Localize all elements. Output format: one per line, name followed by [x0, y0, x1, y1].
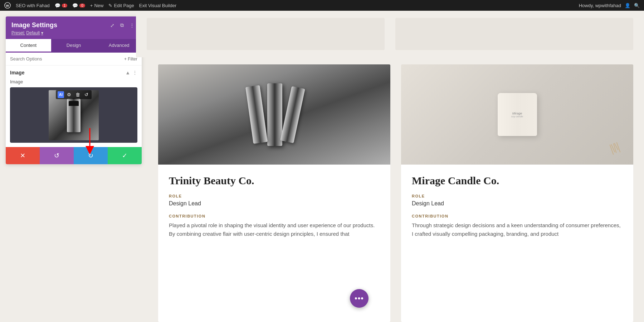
section-title: Image [10, 70, 24, 75]
comment-count: 1 [62, 4, 68, 8]
preset-value: Default [26, 30, 40, 35]
save-icon: ✓ [122, 152, 127, 160]
tab-design-label: Design [67, 43, 81, 48]
comments-item[interactable]: 💬 1 [55, 3, 68, 8]
user-label-item: Howdy, wpwithfahad [579, 3, 621, 8]
redo-button[interactable]: ↻ [74, 147, 108, 164]
reset-tool-button[interactable]: ↺ [83, 91, 90, 98]
undo-icon: ↺ [54, 152, 59, 160]
user-avatar[interactable]: 👤 [625, 3, 630, 8]
fab-icon: ••• [355, 294, 364, 303]
new-item[interactable]: + New [90, 3, 104, 8]
mirage-image: Mirage soy candle [401, 64, 633, 165]
card-body-mirage: Mirage Candle Co. ROLE Design Lead CONTR… [401, 165, 633, 245]
top-placeholder-left [147, 18, 385, 50]
sidebar-panel: Image Settings ⤢ ⧉ ⋮ Preset: Default ▾ C… [6, 16, 142, 164]
maximize-button[interactable]: ⤢ [109, 22, 116, 29]
card-role-label-trinity: ROLE [169, 194, 380, 198]
new-comment-icon: 💬 [72, 3, 78, 8]
exit-builder-item[interactable]: Exit Visual Builder [139, 3, 177, 8]
filter-label: + Filter [124, 57, 137, 62]
comment-icon: 💬 [55, 3, 60, 8]
split-button[interactable]: ⧉ [119, 21, 125, 29]
tab-design[interactable]: Design [51, 39, 97, 53]
exit-builder-label: Exit Visual Builder [139, 3, 177, 8]
filter-button[interactable]: + Filter [124, 57, 137, 62]
preset-label: Preset: [11, 30, 25, 35]
wp-logo-icon: W [4, 2, 11, 9]
ai-tool-button[interactable]: AI [58, 91, 64, 98]
new-label: New [94, 3, 103, 8]
new-comment-item[interactable]: 💬 0 [72, 3, 85, 8]
trinity-bottles [158, 64, 390, 165]
collapse-icon[interactable]: ▲ [125, 70, 130, 75]
page-content: Trinity Beauty Co. ROLE Design Lead CONT… [147, 11, 644, 322]
cancel-button[interactable]: ✕ [6, 147, 40, 164]
card-contribution-label-trinity: CONTRIBUTION [169, 214, 380, 218]
section-header: Image ▲ ⋮ [10, 70, 137, 75]
search-bar-item[interactable]: 🔍 [634, 3, 640, 8]
admin-bar: W SEO with Fahad 💬 1 💬 0 + New ✎ Edit Pa… [0, 0, 644, 11]
card-title-trinity: Trinity Beauty Co. [169, 175, 380, 187]
panel-header-icons: ⤢ ⧉ ⋮ [109, 21, 136, 29]
cancel-icon: ✕ [20, 152, 25, 160]
more-options-button[interactable]: ⋮ [128, 22, 136, 29]
candle-jar: Mirage soy candle [498, 93, 537, 136]
card-role-label-mirage: ROLE [412, 194, 623, 198]
section-header-right: ▲ ⋮ [125, 70, 137, 75]
save-button[interactable]: ✓ [108, 147, 142, 164]
top-placeholder-area [147, 11, 644, 57]
portfolio-card-trinity: Trinity Beauty Co. ROLE Design Lead CONT… [158, 64, 390, 322]
delete-tool-button[interactable]: 🗑 [74, 91, 82, 98]
new-comment-count: 0 [79, 4, 85, 8]
wp-logo-item[interactable]: W [4, 2, 11, 9]
card-role-value-trinity: Design Lead [169, 200, 380, 207]
card-role-value-mirage: Design Lead [412, 200, 623, 207]
pencil-icon: ✎ [108, 3, 112, 8]
card-image-mirage: Mirage soy candle [401, 64, 633, 165]
top-placeholder-right [395, 18, 633, 50]
image-toolbar: AI ⚙ 🗑 ↺ [56, 90, 92, 99]
user-label: Howdy, wpwithfahad [579, 3, 621, 8]
panel-image-section: Image ▲ ⋮ Image [6, 65, 142, 147]
card-contribution-text-mirage: Through strategic design decisions and a… [412, 221, 623, 238]
site-name-item[interactable]: SEO with Fahad [16, 3, 50, 8]
tab-content-label: Content [20, 43, 37, 48]
card-title-mirage: Mirage Candle Co. [412, 175, 623, 187]
tab-content[interactable]: Content [6, 39, 51, 53]
tab-advanced-label: Advanced [109, 43, 130, 48]
fab-button[interactable]: ••• [350, 289, 369, 308]
search-icon: 🔍 [634, 3, 640, 8]
edit-page-item[interactable]: ✎ Edit Page [108, 3, 134, 8]
settings-tool-button[interactable]: ⚙ [65, 91, 73, 98]
image-upload-area[interactable]: AI ⚙ 🗑 ↺ [10, 87, 137, 143]
image-field-label: Image [10, 79, 137, 84]
redo-icon: ↻ [88, 152, 93, 160]
cards-container: Trinity Beauty Co. ROLE Design Lead CONT… [158, 64, 633, 322]
card-image-trinity [158, 64, 390, 165]
main-wrapper: Image Settings ⤢ ⧉ ⋮ Preset: Default ▾ C… [0, 11, 644, 322]
plus-icon: + [90, 3, 93, 8]
section-more-icon[interactable]: ⋮ [132, 70, 137, 75]
svg-text:W: W [6, 4, 9, 8]
edit-page-label: Edit Page [114, 3, 134, 8]
portfolio-card-mirage: Mirage soy candle [401, 64, 633, 322]
search-options-input[interactable] [10, 56, 121, 62]
undo-button[interactable]: ↺ [40, 147, 74, 164]
panel-tabs: Content Design Advanced [6, 39, 142, 53]
candle-label: Mirage soy candle [511, 112, 523, 118]
panel-search: + Filter [6, 53, 142, 65]
card-contribution-label-mirage: CONTRIBUTION [412, 214, 623, 218]
preset-arrow: ▾ [41, 30, 43, 35]
card-contribution-text-trinity: Played a pivotal role in shaping the vis… [169, 221, 380, 238]
user-icon: 👤 [625, 3, 630, 8]
card-body-trinity: Trinity Beauty Co. ROLE Design Lead CONT… [158, 165, 390, 245]
panel-actions: ✕ ↺ ↻ ✓ [6, 147, 142, 164]
trinity-image [158, 64, 390, 165]
panel-title: Image Settings [11, 21, 57, 29]
panel-preset[interactable]: Preset: Default ▾ [11, 30, 136, 35]
panel-header: Image Settings ⤢ ⧉ ⋮ Preset: Default ▾ [6, 16, 142, 39]
site-name: SEO with Fahad [16, 3, 50, 8]
tab-advanced[interactable]: Advanced [96, 39, 142, 53]
